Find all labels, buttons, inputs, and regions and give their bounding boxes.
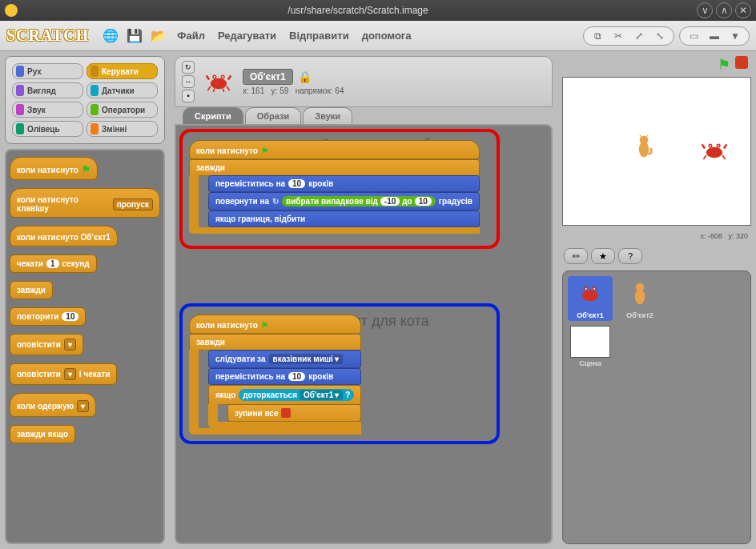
small-stage-icon[interactable]: ▭ <box>685 29 702 43</box>
tool-group-view: ▭ ▬ ▼ <box>679 26 750 46</box>
svg-point-0 <box>211 78 227 90</box>
green-flag-button[interactable]: ⚑ <box>718 56 730 72</box>
paint-sprite-icon[interactable]: ✏ <box>564 248 588 264</box>
block-forever[interactable]: завжди <box>189 159 480 176</box>
cat-pen[interactable]: Олівець <box>12 121 83 137</box>
block-bounce[interactable]: якщо границя, відбити <box>208 210 480 227</box>
open-icon[interactable]: 📂 <box>149 26 168 46</box>
app-icon <box>5 4 18 17</box>
scissors-icon[interactable]: ✂ <box>609 29 627 43</box>
stage[interactable] <box>562 77 751 226</box>
block-when-clicked[interactable]: коли натиснуто Об'єкт1 <box>10 226 118 246</box>
block-forever-if[interactable]: завжди якщо <box>10 425 75 443</box>
cat-sensing[interactable]: Датчики <box>86 82 158 98</box>
op-random[interactable]: вибрати випадкове від-10до10 <box>282 196 436 206</box>
cat-looks[interactable]: Вигляд <box>12 82 83 98</box>
stop-icon <box>281 408 291 418</box>
maximize-button[interactable]: ∧ <box>716 2 732 18</box>
cat-operators[interactable]: Оператори <box>86 102 158 118</box>
shrink-icon[interactable]: ⤡ <box>651 29 669 43</box>
script-cat[interactable]: коли натиснуто⚑ завжди слідувати завказі… <box>189 315 361 435</box>
block-move-2[interactable]: переміститись на10кроків <box>208 368 361 385</box>
large-stage-icon[interactable]: ▬ <box>706 29 723 43</box>
rotate-lr-icon[interactable]: ↔ <box>182 75 195 88</box>
tab-costumes[interactable]: Образи <box>245 107 302 124</box>
sensing-touching[interactable]: доторкаєтьсяОб'єкт1 ▾? <box>239 389 354 401</box>
block-when-flag[interactable]: коли натиснуто⚑ <box>10 157 98 180</box>
script-area[interactable]: Скрипт для краба коли натиснуто⚑ завжди … <box>175 124 553 544</box>
minimize-button[interactable]: ∨ <box>697 2 713 18</box>
svg-point-12 <box>582 291 598 302</box>
rotate-free-icon[interactable]: ↻ <box>182 61 195 74</box>
svg-point-18 <box>636 283 645 292</box>
cat-motion[interactable]: Рух <box>12 63 83 79</box>
svg-point-6 <box>640 136 649 145</box>
window-titlebar: /usr/share/scratch/Scratch.image ∨ ∧ ✕ <box>0 0 756 21</box>
block-forever[interactable]: завжди <box>10 281 53 299</box>
menu-edit[interactable]: Редагувати <box>218 30 276 42</box>
block-broadcast[interactable]: оповістити▾ <box>10 334 83 355</box>
sprite-thumbnail[interactable] <box>201 64 236 99</box>
stamp-icon[interactable]: ⧉ <box>589 29 606 43</box>
block-point-towards[interactable]: слідувати завказівник миші ▾ <box>208 350 361 368</box>
flag-icon: ⚑ <box>82 164 90 175</box>
block-hat-flag-2[interactable]: коли натиснуто⚑ <box>189 315 361 334</box>
stage-sprite-cat[interactable] <box>635 134 653 162</box>
crab-icon <box>205 71 232 92</box>
crab-icon <box>701 140 728 161</box>
stage-sprite-crab[interactable] <box>701 140 728 164</box>
window-title: /usr/share/scratch/Scratch.image <box>22 5 694 16</box>
cat-control[interactable]: Керувати <box>86 63 158 79</box>
cat-sound[interactable]: Звук <box>12 102 83 118</box>
block-forever-2[interactable]: завжди <box>189 334 361 351</box>
stop-button[interactable] <box>735 56 748 69</box>
svg-point-3 <box>214 76 215 78</box>
block-broadcast-wait[interactable]: оповістити▾і чекати <box>10 363 117 385</box>
block-move[interactable]: переміститись на10кроків <box>208 175 480 192</box>
new-sprite-buttons: ✏ ★ ? <box>562 246 751 266</box>
svg-point-11 <box>718 145 719 146</box>
block-when-key[interactable]: коли натиснуто клавішупропуск <box>10 188 160 218</box>
category-grid: Рух Керувати Вигляд Датчики Звук Операто… <box>5 56 165 144</box>
tab-scripts[interactable]: Скрипти <box>183 107 243 124</box>
sprite-name-field[interactable]: Об'єкт1 <box>243 69 293 85</box>
menu-file[interactable]: Файл <box>177 30 205 42</box>
present-icon[interactable]: ▼ <box>726 29 744 43</box>
lock-icon[interactable]: 🔒 <box>298 70 312 83</box>
tab-sounds[interactable]: Звуки <box>303 107 352 124</box>
tool-group-edit: ⧉ ✂ ⤢ ⤡ <box>583 26 674 46</box>
block-when-receive[interactable]: коли одержую▾ <box>10 393 96 417</box>
rotate-none-icon[interactable]: • <box>182 90 195 102</box>
logo: SCRATCH <box>6 26 89 45</box>
script-crab[interactable]: коли натиснуто⚑ завжди переміститись на1… <box>189 140 480 234</box>
globe-icon[interactable]: 🌐 <box>101 26 120 46</box>
block-repeat[interactable]: повторити10 <box>10 307 86 326</box>
block-wait[interactable]: чекати1секунд <box>10 254 97 273</box>
surprise-sprite-icon[interactable]: ? <box>618 248 642 264</box>
block-stop-all[interactable]: зупини все <box>227 404 361 422</box>
close-button[interactable]: ✕ <box>735 2 751 18</box>
block-hat-flag[interactable]: коли натиснуто⚑ <box>189 140 480 159</box>
block-if[interactable]: якщодоторкаєтьсяОб'єкт1 ▾? <box>208 385 361 405</box>
app-frame: SCRATCH 🌐 💾 📂 Файл Редагувати Відправити… <box>0 21 756 549</box>
import-sprite-icon[interactable]: ★ <box>591 248 615 264</box>
menu-help[interactable]: допомога <box>362 30 412 42</box>
cat-variables[interactable]: Змінні <box>86 121 158 137</box>
sprite-info: Об'єкт1 🔒 x: 161 y: 59 напрямок: 64 <box>243 69 344 95</box>
svg-point-4 <box>222 76 223 78</box>
cat-icon <box>635 134 653 159</box>
rotation-buttons: ↻ ↔ • <box>182 61 195 102</box>
grow-icon[interactable]: ⤢ <box>630 29 648 43</box>
svg-point-16 <box>593 288 595 290</box>
sprite-list: Об'єкт1 Сцена Об'єкт2 <box>562 270 751 544</box>
sprite-item-1[interactable]: Об'єкт1 <box>568 276 613 321</box>
stage-item[interactable]: Сцена <box>568 326 613 367</box>
svg-point-15 <box>585 288 587 290</box>
save-icon[interactable]: 💾 <box>125 26 144 46</box>
main-area: Рух Керувати Вигляд Датчики Звук Операто… <box>0 51 756 549</box>
middle-column: ↻ ↔ • Об'єкт1 🔒 x: 161 y: 59 напрям <box>170 51 557 549</box>
block-turn[interactable]: повернути на↻вибрати випадкове від-10до1… <box>208 192 480 210</box>
sprite-item-2[interactable]: Об'єкт2 <box>617 276 662 539</box>
block-palette[interactable]: коли натиснуто⚑ коли натиснуто клавішупр… <box>5 149 165 544</box>
menu-share[interactable]: Відправити <box>289 30 349 42</box>
